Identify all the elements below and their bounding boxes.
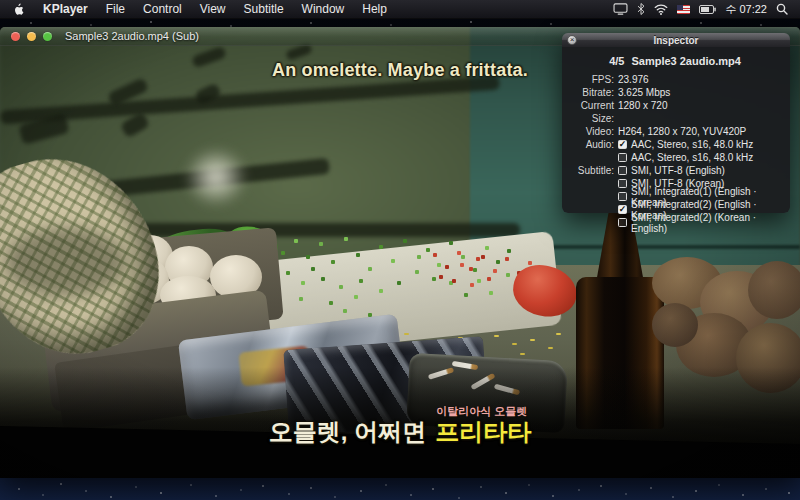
row-label: Current Size: [566,99,614,125]
row-label: FPS: [566,73,614,86]
audio-track-option-1[interactable]: AAC, Stereo, s16, 48.0 kHz [618,138,784,151]
close-icon[interactable]: × [567,35,577,45]
menu-bar: KPlayer File Control View Subtitle Windo… [0,0,800,19]
inspector-body: 4/5Sample3 2audio.mp4 FPS: 23.976 Bitrat… [562,47,790,213]
row-value: H264, 1280 x 720, YUV420P [618,125,784,138]
option-label: SMI, UTF-8 (English) [631,165,725,176]
row-label: Bitrate: [566,86,614,99]
option-label: AAC, Stereo, s16, 48.0 kHz [631,152,753,163]
inspector-subtitle-group: Subtitle: SMI, UTF-8 (English) SMI, UTF-… [566,164,784,229]
audio-options: AAC, Stereo, s16, 48.0 kHz AAC, Stereo, … [618,138,784,164]
starfield-bottom [0,478,2,480]
menu-item-control[interactable]: Control [134,0,191,19]
subtitle-track-checkbox-4[interactable] [618,205,627,214]
row-value: 1280 x 720 [618,99,784,125]
apple-logo-icon [13,3,24,16]
inspector-row-bitrate: Bitrate: 3.625 Mbps [566,86,784,99]
inspector-title: Inspector [653,35,698,46]
subtitle-track-option-1[interactable]: SMI, UTF-8 (English) [618,164,784,177]
minimize-button[interactable] [27,32,36,41]
menu-item-window[interactable]: Window [293,0,354,19]
battery-icon[interactable] [699,5,716,14]
group-label: Audio: [566,138,614,164]
row-label: Video: [566,125,614,138]
subtitle-track-option-5[interactable]: SMI, Integrated(2) (Korean · English) [618,216,784,229]
subtitle-track-checkbox-3[interactable] [618,192,627,201]
inspector-title-bar[interactable]: × Inspector [562,33,790,47]
inspector-file-line: 4/5Sample3 2audio.mp4 [566,55,784,67]
subtitle-track-checkbox-2[interactable] [618,179,627,188]
input-source-flag-icon[interactable] [677,5,690,14]
zoom-button[interactable] [43,32,52,41]
subtitle-korean-main: 오믈렛, 어쩌면 [269,418,426,445]
inspector-panel: × Inspector 4/5Sample3 2audio.mp4 FPS: 2… [562,33,790,213]
inspector-row-fps: FPS: 23.976 [566,73,784,86]
menu-item-view[interactable]: View [191,0,235,19]
audio-track-checkbox-2[interactable] [618,153,627,162]
menu-item-subtitle[interactable]: Subtitle [235,0,293,19]
option-label: SMI, Integrated(2) (Korean · English) [631,212,784,234]
subtitle-korean-highlight: 프리타타 [435,418,531,445]
row-value: 23.976 [618,73,784,86]
inspector-file-index: 4/5 [609,55,624,67]
subtitle-track-checkbox-5[interactable] [618,218,627,227]
menu-bar-status-area: 수 07:22 [613,2,800,17]
menu-bar-clock[interactable]: 수 07:22 [725,2,767,17]
subtitle-korean: 오믈렛, 어쩌면이탈리아식 오믈렛프리타타 [0,416,800,448]
audio-track-checkbox-1[interactable] [618,140,627,149]
wifi-icon[interactable] [654,4,668,15]
bluetooth-icon[interactable] [637,3,645,15]
inspector-file-name: Sample3 2audio.mp4 [631,55,740,67]
menu-item-file[interactable]: File [97,0,134,19]
inspector-audio-group: Audio: AAC, Stereo, s16, 48.0 kHz AAC, S… [566,138,784,164]
audio-track-option-2[interactable]: AAC, Stereo, s16, 48.0 kHz [618,151,784,164]
close-button[interactable] [11,32,20,41]
subtitle-korean-highlight-wrap: 이탈리아식 오믈렛프리타타 [435,416,531,448]
option-label: AAC, Stereo, s16, 48.0 kHz [631,139,753,150]
inspector-row-current-size: Current Size: 1280 x 720 [566,99,784,125]
spotlight-icon[interactable] [776,3,788,15]
inspector-row-video: Video: H264, 1280 x 720, YUV420P [566,125,784,138]
subtitle-options: SMI, UTF-8 (English) SMI, UTF-8 (Korean)… [618,164,784,229]
menu-item-kplayer[interactable]: KPlayer [34,0,97,19]
row-value: 3.625 Mbps [618,86,784,99]
subtitle-track-checkbox-1[interactable] [618,166,627,175]
apple-menu[interactable] [0,3,34,16]
menu-item-help[interactable]: Help [353,0,396,19]
subtitle-korean-ruby: 이탈리아식 오믈렛 [436,404,527,419]
group-label: Subtitle: [566,164,614,229]
window-title: Sample3 2audio.mp4 (Sub) [65,30,199,42]
display-icon[interactable] [613,3,628,15]
